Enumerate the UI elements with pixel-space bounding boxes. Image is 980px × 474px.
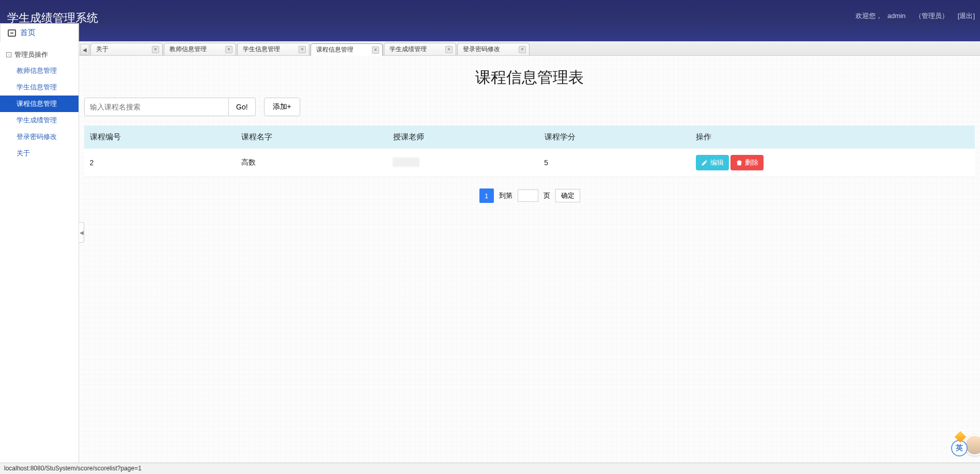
tab-label: 学生信息管理 (243, 45, 280, 54)
search-button[interactable]: Go! (229, 98, 256, 116)
table-cell: 5 (539, 149, 690, 177)
close-icon[interactable]: × (299, 46, 306, 53)
sidebar-item[interactable]: 关于 (0, 145, 79, 162)
tab-label: 教师信息管理 (169, 45, 207, 54)
tab[interactable]: 学生信息管理× (237, 43, 309, 55)
home-tab-label: 首页 (20, 28, 36, 38)
column-header: 课程名字 (236, 126, 387, 149)
close-icon[interactable]: × (372, 46, 379, 54)
tab[interactable]: 登录密码修改× (457, 43, 530, 55)
app-header: 学生成绩管理系统 欢迎您，admin （管理员） [退出] (0, 0, 980, 41)
close-icon[interactable]: × (225, 46, 232, 53)
sidebar-group: − 管理员操作 教师信息管理学生信息管理课程信息管理学生成绩管理登录密码修改关于 (0, 42, 79, 167)
add-button[interactable]: 添加+ (264, 98, 300, 116)
edit-button[interactable]: 编辑 (696, 155, 729, 170)
tab-label: 登录密码修改 (463, 45, 500, 54)
column-header: 授课老师 (387, 126, 539, 149)
goto-page-input[interactable] (518, 189, 538, 202)
group-title-label: 管理员操作 (14, 50, 48, 59)
course-table: 课程编号课程名字授课老师课程学分操作 2高数5编辑 删除 (84, 125, 975, 177)
home-icon (8, 29, 16, 37)
tab[interactable]: 课程信息管理× (310, 43, 383, 56)
trash-icon (736, 159, 743, 166)
content-area: ◀ 关于×教师信息管理×学生信息管理×课程信息管理×学生成绩管理×登录密码修改×… (79, 41, 980, 463)
tab-label: 关于 (96, 45, 108, 54)
table-cell (387, 149, 539, 177)
sidebar-group-title[interactable]: − 管理员操作 (0, 47, 79, 62)
logout-link[interactable]: [退出] (958, 12, 975, 20)
column-header: 操作 (691, 126, 975, 149)
close-icon[interactable]: × (152, 46, 159, 53)
goto-prefix: 到第 (499, 191, 512, 200)
goto-ok-button[interactable]: 确定 (555, 189, 580, 202)
sidebar: 首页 − 管理员操作 教师信息管理学生信息管理课程信息管理学生成绩管理登录密码修… (0, 23, 79, 463)
table-row: 2高数5编辑 删除 (85, 149, 975, 177)
status-bar: localhost:8080/StuSystem/score/scorelist… (0, 463, 980, 474)
home-tab[interactable]: 首页 (0, 23, 79, 42)
close-icon[interactable]: × (445, 46, 453, 53)
close-icon[interactable]: × (519, 46, 526, 53)
search-input[interactable] (84, 98, 229, 116)
goto-suffix: 页 (543, 191, 550, 200)
column-header: 课程学分 (539, 126, 690, 149)
sidebar-item[interactable]: 学生信息管理 (0, 79, 79, 96)
user-info: 欢迎您，admin （管理员） [退出] (850, 11, 975, 21)
username: admin (888, 12, 906, 20)
sidebar-item[interactable]: 教师信息管理 (0, 62, 79, 79)
sidebar-collapse-handle[interactable]: ◀ (79, 222, 84, 243)
delete-button[interactable]: 删除 (730, 155, 764, 170)
tab[interactable]: 学生成绩管理× (384, 43, 456, 55)
welcome-text: 欢迎您， (855, 12, 882, 20)
toolbar: Go! 添加+ (84, 98, 975, 116)
table-cell: 2 (85, 149, 236, 177)
tab[interactable]: 教师信息管理× (164, 43, 236, 55)
edit-icon (701, 159, 708, 166)
page-content: 课程信息管理表 Go! 添加+ 课程编号课程名字授课老师课程学分操作 2高数5编… (79, 56, 980, 463)
column-header: 课程编号 (85, 126, 236, 149)
search-group: Go! (84, 98, 256, 116)
sidebar-item[interactable]: 登录密码修改 (0, 129, 79, 145)
actions-cell: 编辑 删除 (691, 149, 975, 177)
sidebar-item[interactable]: 课程信息管理 (0, 96, 79, 112)
collapse-icon: − (6, 52, 11, 57)
app-title: 学生成绩管理系统 (0, 0, 980, 36)
tab-bar: ◀ 关于×教师信息管理×学生信息管理×课程信息管理×学生成绩管理×登录密码修改× (79, 41, 980, 56)
user-role: （管理员） (915, 12, 948, 20)
page-title: 课程信息管理表 (84, 67, 975, 88)
teacher-cell-redacted (393, 157, 419, 167)
tab-label: 课程信息管理 (316, 45, 353, 54)
pagination: 1 到第 页 确定 (84, 188, 975, 203)
table-cell: 高数 (236, 149, 387, 177)
ime-indicator[interactable]: 英 (951, 440, 968, 456)
tab[interactable]: 关于× (90, 43, 163, 55)
tab-label: 学生成绩管理 (390, 45, 427, 54)
sidebar-item[interactable]: 学生成绩管理 (0, 112, 79, 129)
tab-scroll-left[interactable]: ◀ (80, 44, 89, 55)
page-number-current[interactable]: 1 (479, 188, 494, 203)
